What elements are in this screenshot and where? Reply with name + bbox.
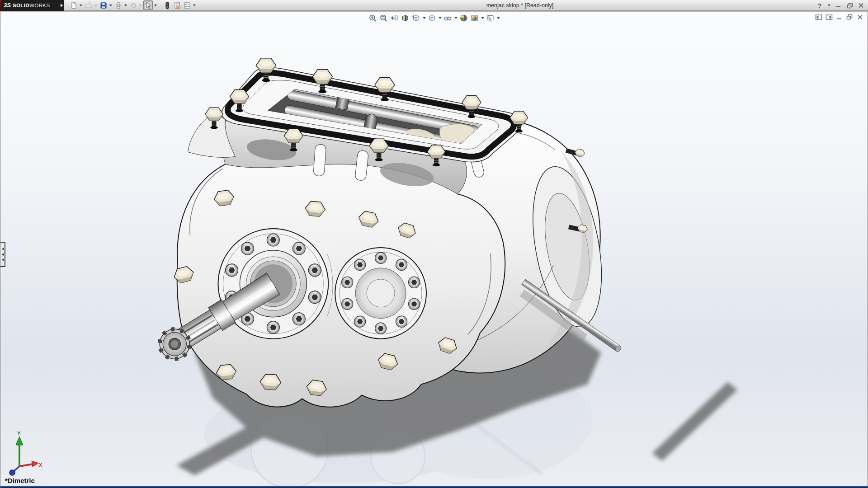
3ds-logo-mark: 3S xyxy=(4,2,11,9)
pane-left-button[interactable] xyxy=(815,14,822,20)
x-axis-label: X xyxy=(39,462,42,468)
help-button[interactable]: ? xyxy=(816,1,824,9)
options-icon xyxy=(183,1,191,9)
open-button[interactable] xyxy=(84,0,93,10)
view-settings-button[interactable] xyxy=(486,13,495,23)
save-icon xyxy=(99,1,108,9)
solidworks-logo: 3S SOLIDWORKS xyxy=(0,0,59,11)
logo-text-works: WORKS xyxy=(29,3,50,8)
section-view-icon xyxy=(401,14,410,22)
hide-show-items-button[interactable] xyxy=(443,13,453,23)
graphics-viewport[interactable]: Y X *Dimetric xyxy=(0,11,868,488)
doc-minimize-icon xyxy=(836,14,843,20)
previous-view-button[interactable] xyxy=(390,13,400,23)
collapse-arrow-icon xyxy=(2,253,4,256)
document-window-controls xyxy=(815,14,864,20)
rebuild-button[interactable] xyxy=(162,0,172,10)
gearbox-assembly-model xyxy=(0,12,868,488)
close-button[interactable] xyxy=(857,1,865,9)
logo-text-solid: SOLID xyxy=(13,3,29,8)
apply-scene-button[interactable] xyxy=(470,13,480,23)
collapse-arrow-icon xyxy=(2,258,4,261)
zoom-to-area-icon xyxy=(380,14,388,22)
view-settings-dropdown[interactable] xyxy=(496,13,500,23)
title-bar: 3S SOLIDWORKS xyxy=(0,0,868,11)
restore-icon xyxy=(847,3,854,9)
x-axis xyxy=(19,464,33,466)
file-properties-icon xyxy=(173,1,181,9)
z-axis-ball xyxy=(9,470,15,475)
display-style-icon xyxy=(428,14,436,22)
restore-button[interactable] xyxy=(846,1,854,9)
doc-minimize-button[interactable] xyxy=(835,14,843,20)
view-settings-icon xyxy=(486,14,495,22)
close-icon xyxy=(858,3,864,8)
apply-scene-dropdown[interactable] xyxy=(481,13,485,23)
view-orientation-icon xyxy=(412,14,420,22)
orientation-triad: Y X xyxy=(6,431,42,476)
open-dropdown[interactable] xyxy=(94,0,98,10)
status-bar-strip xyxy=(0,486,868,488)
zoom-to-fit-icon xyxy=(369,14,377,22)
pane-right-icon xyxy=(826,14,833,20)
new-document-button[interactable] xyxy=(69,0,78,10)
new-document-dropdown[interactable] xyxy=(79,0,83,10)
select-button[interactable] xyxy=(143,0,153,10)
feature-tree-flyout-tab[interactable] xyxy=(0,242,5,267)
view-orientation-dropdown[interactable] xyxy=(422,13,426,23)
logo-red-accent xyxy=(0,0,1,11)
new-document-icon xyxy=(70,1,78,9)
zoom-to-area-button[interactable] xyxy=(379,13,389,23)
doc-close-icon xyxy=(857,14,863,20)
undo-icon xyxy=(129,1,137,9)
rebuild-traffic-light-icon xyxy=(163,1,171,9)
pane-right-button[interactable] xyxy=(825,14,833,20)
help-dropdown[interactable] xyxy=(827,1,831,10)
apply-scene-icon xyxy=(471,14,479,22)
minimize-icon xyxy=(835,3,842,8)
hide-show-items-icon xyxy=(444,14,452,22)
select-dropdown[interactable] xyxy=(153,0,158,10)
open-icon xyxy=(85,1,93,9)
window-controls: ? xyxy=(816,0,865,11)
previous-view-icon xyxy=(391,14,399,22)
window-title: menjac sklop * [Read-only] xyxy=(389,0,651,11)
doc-close-button[interactable] xyxy=(856,14,864,20)
section-view-button[interactable] xyxy=(401,13,410,23)
hide-show-items-dropdown[interactable] xyxy=(454,13,458,23)
view-orientation-button[interactable] xyxy=(411,13,421,23)
save-button[interactable] xyxy=(99,0,108,10)
minimize-button[interactable] xyxy=(835,1,843,9)
y-axis-label: Y xyxy=(17,431,21,436)
display-style-button[interactable] xyxy=(427,13,437,23)
select-cursor-icon xyxy=(144,1,152,9)
pane-left-icon xyxy=(815,14,822,20)
options-button[interactable] xyxy=(182,0,192,10)
doc-restore-icon xyxy=(846,14,853,20)
doc-restore-button[interactable] xyxy=(846,14,854,20)
right-flange xyxy=(335,248,426,339)
rear-hex-nut xyxy=(574,149,585,158)
print-button[interactable] xyxy=(113,0,123,10)
collapse-arrow-icon xyxy=(2,248,4,250)
edit-appearance-icon xyxy=(460,14,468,22)
display-style-dropdown[interactable] xyxy=(438,13,442,23)
view-orientation-label: *Dimetric xyxy=(5,477,35,484)
zoom-to-fit-button[interactable] xyxy=(368,13,378,23)
save-dropdown[interactable] xyxy=(108,0,113,10)
print-dropdown[interactable] xyxy=(123,0,128,10)
undo-dropdown[interactable] xyxy=(138,0,143,10)
menu-expand-arrow[interactable] xyxy=(59,0,64,11)
edit-appearance-button[interactable] xyxy=(459,13,469,23)
options-dropdown[interactable] xyxy=(192,0,197,10)
file-properties-button[interactable] xyxy=(172,0,182,10)
heads-up-view-toolbar xyxy=(368,13,500,23)
quick-access-toolbar xyxy=(69,0,197,10)
undo-button[interactable] xyxy=(128,0,138,10)
print-icon xyxy=(114,1,123,9)
